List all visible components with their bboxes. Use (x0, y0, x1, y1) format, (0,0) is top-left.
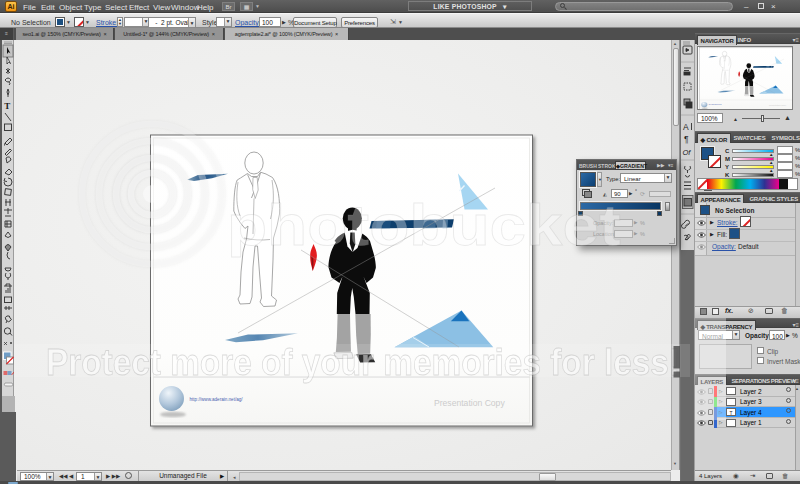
svg-text:A: A (683, 122, 689, 132)
svg-text:T: T (4, 101, 10, 111)
svg-text:Presentation Copy: Presentation Copy (434, 398, 505, 408)
svg-text:Of: Of (683, 148, 692, 157)
svg-text:¶: ¶ (684, 134, 689, 144)
svg-text:http://www.aderain.net/ag/: http://www.aderain.net/ag/ (190, 397, 244, 402)
